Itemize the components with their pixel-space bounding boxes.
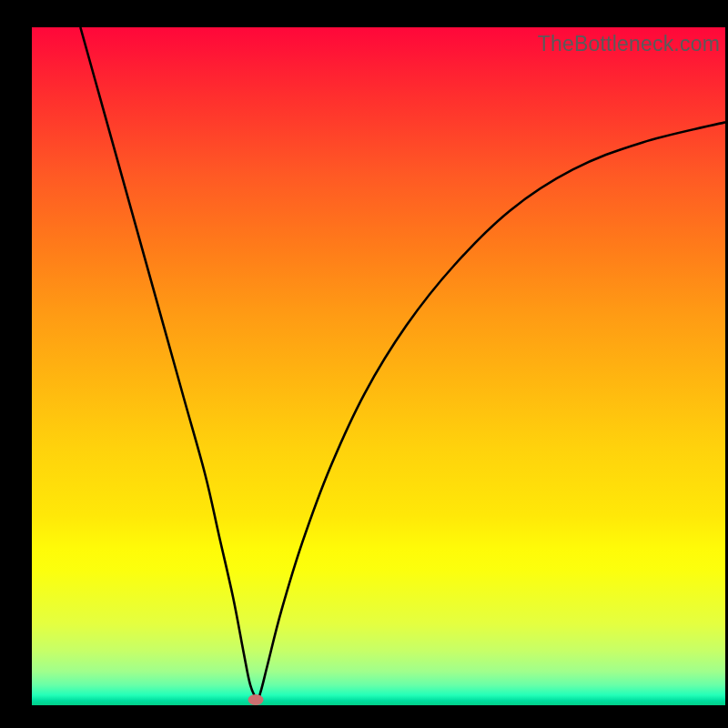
chart-frame: TheBottleneck.com	[0, 0, 728, 728]
plot-area: TheBottleneck.com	[32, 27, 725, 705]
curve-svg	[32, 27, 725, 705]
bottleneck-curve	[80, 27, 725, 699]
optimal-marker	[248, 694, 264, 705]
